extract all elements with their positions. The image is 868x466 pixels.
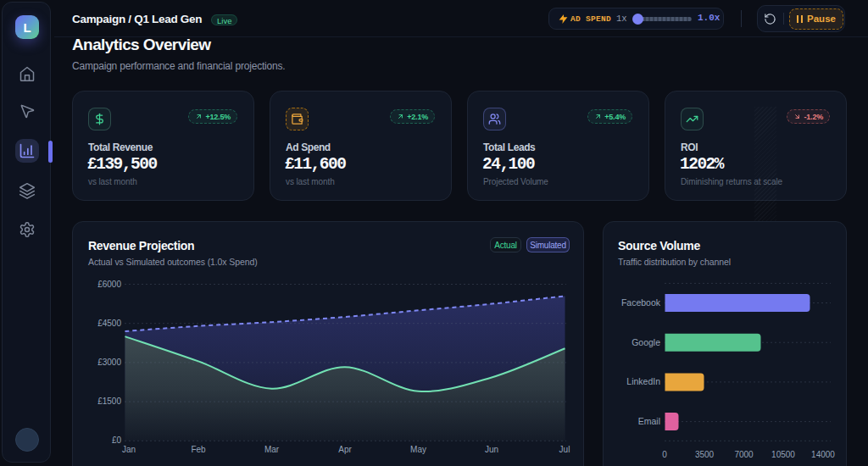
- svg-text:LinkedIn: LinkedIn: [626, 376, 660, 386]
- svg-text:Apr: Apr: [338, 445, 352, 454]
- svg-text:10500: 10500: [771, 450, 795, 459]
- svg-text:£3000: £3000: [97, 358, 121, 367]
- svg-text:Jun: Jun: [485, 445, 498, 454]
- svg-text:14000: 14000: [811, 450, 835, 459]
- svg-text:Email: Email: [638, 416, 660, 426]
- svg-text:Jul: Jul: [559, 445, 570, 454]
- svg-text:0: 0: [662, 450, 667, 459]
- svg-text:Facebook: Facebook: [621, 297, 661, 308]
- svg-text:May: May: [410, 445, 426, 454]
- svg-text:£1500: £1500: [97, 397, 121, 406]
- svg-text:£6000: £6000: [97, 280, 121, 289]
- svg-text:Mar: Mar: [264, 445, 280, 454]
- svg-text:7000: 7000: [734, 450, 754, 459]
- svg-text:£4500: £4500: [97, 319, 121, 328]
- svg-text:£0: £0: [112, 435, 122, 445]
- svg-text:Google: Google: [632, 337, 660, 347]
- svg-text:Jan: Jan: [122, 445, 136, 454]
- svg-text:Feb: Feb: [191, 445, 206, 454]
- svg-text:3500: 3500: [695, 450, 715, 459]
